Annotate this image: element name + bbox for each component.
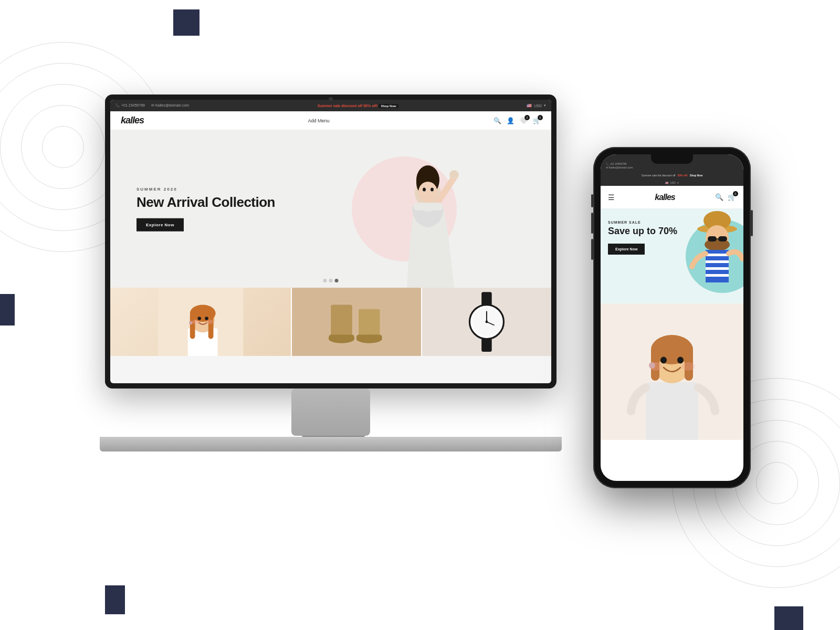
laptop-trackpad (291, 388, 370, 436)
nav-logo: kalles (121, 115, 144, 126)
laptop-screen: 📞 +01 23456789 ✉ Kalles@domain.com Summe… (110, 100, 551, 383)
account-icon[interactable]: 👤 (507, 117, 514, 124)
currency-dropdown-icon[interactable]: ▾ (544, 103, 546, 108)
wishlist-badge: 0 (524, 115, 530, 120)
svg-rect-42 (718, 236, 727, 242)
laptop-hero: SUMMER 2020 New Arrival Collection Explo… (110, 130, 551, 288)
phone-hero: SUMMER SALE Save up to 70% Explore Now (601, 209, 743, 303)
grid-item-3[interactable] (422, 288, 551, 356)
search-icon[interactable]: 🔍 (494, 117, 501, 124)
topbar-sale: Summer sale discount off 50% off! Shop N… (318, 104, 398, 108)
carousel-dots (323, 279, 339, 282)
topbar-phone: 📞 +01 23456789 (116, 103, 145, 108)
shop-now-link[interactable]: Shop Now (379, 104, 398, 108)
cart-badge: 0 (538, 115, 543, 120)
phone-cart-badge: 0 (733, 191, 738, 196)
product-3-image (422, 288, 551, 356)
dot-2[interactable] (329, 279, 333, 282)
svg-rect-50 (646, 382, 698, 440)
svg-point-18 (206, 320, 213, 324)
phone-hero-model (670, 209, 743, 303)
svg-rect-23 (329, 334, 354, 341)
laptop-explore-button[interactable]: Explore Now (136, 218, 184, 231)
laptop-bezel: 📞 +01 23456789 ✉ Kalles@domain.com Summe… (105, 94, 556, 388)
phone-volume-up (591, 213, 593, 234)
phone-hamburger-icon[interactable]: ☰ (608, 193, 615, 202)
phone-notch (651, 154, 693, 164)
laptop-device: 📞 +01 23456789 ✉ Kalles@domain.com Summe… (105, 94, 562, 452)
svg-point-59 (649, 362, 655, 369)
phone-search-icon[interactable]: 🔍 (715, 193, 723, 201)
svg-point-34 (486, 321, 488, 323)
phone-hero-title: Save up to 70% (608, 226, 677, 237)
topbar-email: ✉ Kalles@domain.com (151, 103, 189, 108)
hero-content: SUMMER 2020 New Arrival Collection Explo… (136, 187, 275, 232)
phone-product-grid (601, 303, 743, 440)
svg-rect-13 (190, 313, 195, 339)
phone-product-svg (601, 303, 743, 440)
phone-topbar-email: ✉ Kalles@domain.com (606, 166, 633, 169)
topbar-right: 🇺🇸 USD ▾ (527, 103, 546, 108)
svg-rect-47 (706, 274, 729, 277)
model-svg (352, 130, 499, 288)
main-content: 📞 +01 23456789 ✉ Kalles@domain.com Summe… (0, 0, 840, 630)
flag-icon: 🇺🇸 (527, 103, 532, 108)
phone-nav-icons: 🔍 🛒 0 (715, 193, 736, 201)
phone-screen: 📞 +01 23456789 ✉ Kalles@domain.com Summe… (601, 154, 743, 481)
laptop-topbar: 📞 +01 23456789 ✉ Kalles@domain.com Summe… (110, 100, 551, 111)
svg-point-56 (677, 357, 684, 364)
phone-flag: 🇺🇸 (665, 181, 668, 184)
phone-hero-content: SUMMER SALE Save up to 70% Explore Now (608, 220, 677, 255)
svg-rect-45 (706, 260, 729, 263)
topbar-left: 📞 +01 23456789 ✉ Kalles@domain.com (116, 103, 189, 108)
svg-rect-26 (356, 334, 382, 341)
svg-rect-44 (706, 254, 729, 256)
laptop-base (100, 437, 562, 452)
svg-rect-24 (359, 309, 380, 339)
svg-point-58 (682, 362, 695, 371)
svg-point-4 (423, 188, 426, 192)
svg-rect-14 (208, 313, 214, 339)
phone-nav: ☰ kalles 🔍 🛒 0 (601, 186, 743, 209)
wishlist-icon[interactable]: 🤍 0 (520, 117, 528, 124)
svg-point-55 (660, 357, 667, 364)
hero-season: SUMMER 2020 (136, 187, 275, 192)
phone-shop-now[interactable]: Shop Now (690, 174, 702, 177)
svg-rect-8 (414, 203, 443, 211)
phone-topbar-sale: Summer sale the discount off 50% off! Sh… (601, 171, 743, 180)
svg-point-5 (430, 188, 434, 192)
phone-outer: 📞 +01 23456789 ✉ Kalles@domain.com Summe… (593, 147, 751, 488)
phone-currency-arrow[interactable]: ▾ (677, 181, 679, 184)
svg-point-3 (418, 182, 437, 203)
phone-silent-button (591, 194, 593, 207)
phone-currency-bar: 🇺🇸 USD ▾ (601, 180, 743, 186)
product-1-image (110, 288, 291, 356)
phone-model-svg (670, 209, 743, 303)
svg-point-16 (205, 317, 208, 320)
phone-topbar-phone: 📞 +01 23456789 (606, 162, 633, 165)
devices-container: 📞 +01 23456789 ✉ Kalles@domain.com Summe… (79, 52, 761, 578)
laptop-camera (329, 97, 333, 101)
product-2-image (292, 288, 421, 356)
laptop-nav: kalles Add Menu 🔍 👤 🤍 0 🛒 0 (110, 111, 551, 130)
phone-explore-button[interactable]: Explore Now (608, 244, 645, 255)
nav-menu[interactable]: Add Menu (308, 118, 330, 123)
svg-rect-46 (706, 267, 729, 270)
svg-rect-21 (331, 305, 352, 339)
hero-title: New Arrival Collection (136, 195, 275, 210)
svg-point-17 (192, 320, 199, 324)
dot-3[interactable] (335, 279, 339, 282)
laptop-product-grid (110, 288, 551, 356)
phone-device: 📞 +01 23456789 ✉ Kalles@domain.com Summe… (593, 147, 751, 504)
phone-power-button (751, 210, 753, 236)
nav-icons: 🔍 👤 🤍 0 🛒 0 (494, 117, 541, 124)
phone-topbar-left: 📞 +01 23456789 ✉ Kalles@domain.com (606, 162, 633, 169)
cart-icon[interactable]: 🛒 0 (533, 117, 541, 124)
grid-item-2[interactable] (292, 288, 421, 356)
phone-cart-icon[interactable]: 🛒 0 (728, 193, 736, 201)
grid-item-1[interactable] (110, 288, 291, 356)
dot-1[interactable] (323, 279, 327, 282)
svg-point-15 (197, 317, 201, 320)
hero-model (352, 130, 499, 288)
svg-rect-41 (708, 236, 717, 242)
